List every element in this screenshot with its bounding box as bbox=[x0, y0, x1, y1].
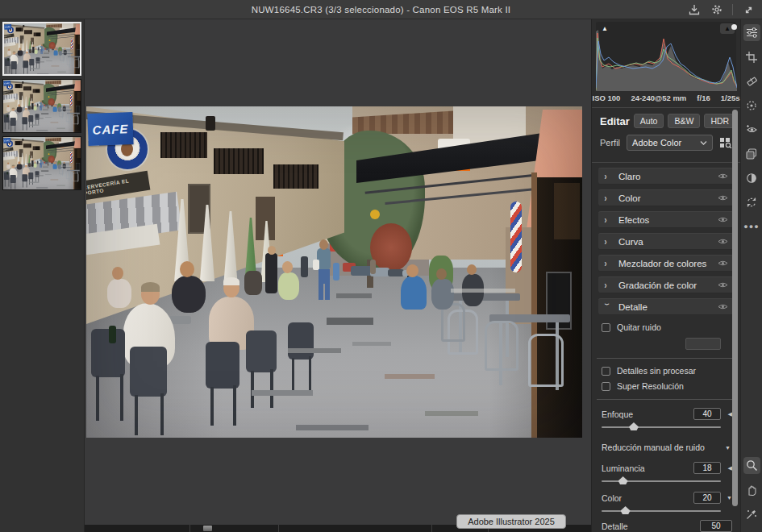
sharpen-label: Enfoque bbox=[602, 409, 693, 419]
luminance-value[interactable]: 18 bbox=[693, 462, 721, 474]
super-resolution-label: Super Resolución bbox=[617, 381, 684, 391]
luminance-slider-thumb[interactable] bbox=[618, 476, 628, 484]
sharpen-slider[interactable] bbox=[602, 422, 721, 431]
nr-detail-value[interactable]: 50 bbox=[700, 520, 732, 532]
section-detalle[interactable]: › Detalle bbox=[598, 298, 734, 315]
dock-tooltip: Adobe Illustrator 2025 bbox=[456, 514, 566, 529]
profile-label: Perfil bbox=[600, 138, 620, 148]
chevron-right-icon: › bbox=[605, 257, 612, 268]
nr-color-value[interactable]: 20 bbox=[693, 492, 721, 504]
adjustments-circle-icon[interactable] bbox=[743, 169, 760, 186]
nr-color-slider-thumb[interactable] bbox=[621, 506, 631, 514]
panel-scrollbar[interactable] bbox=[732, 110, 738, 506]
eye-icon[interactable] bbox=[718, 260, 728, 267]
section-color[interactable]: › Color bbox=[598, 189, 734, 206]
toolbar-separator bbox=[732, 4, 733, 15]
thumbnail-1-selected[interactable]: CAFE CERVECERÍA EL PORTO bbox=[2, 22, 81, 76]
shutter-value: 1/25s bbox=[721, 94, 740, 102]
shadow-clipping-icon[interactable]: ▲ bbox=[598, 23, 612, 34]
denoise-checkbox[interactable] bbox=[602, 323, 610, 332]
eye-icon[interactable] bbox=[718, 216, 728, 223]
nr-detail-label: Detalle bbox=[602, 522, 700, 531]
tool-rail: ●●● bbox=[740, 19, 762, 532]
zoom-tool-icon[interactable] bbox=[743, 457, 760, 474]
photo-shape bbox=[4, 23, 81, 76]
nr-color-slider[interactable] bbox=[602, 505, 721, 515]
chevron-right-icon: › bbox=[605, 235, 612, 247]
disclosure-down-icon[interactable]: ▼ bbox=[721, 495, 732, 501]
section-curva[interactable]: › Curva bbox=[598, 233, 734, 250]
crop-tool-icon[interactable] bbox=[743, 48, 760, 65]
disclosure-down-icon[interactable]: ▼ bbox=[719, 445, 731, 451]
sync-tool-icon[interactable] bbox=[743, 193, 760, 210]
photo-preview[interactable]: CAFE CERVECERÍA EL PORTO bbox=[86, 106, 582, 438]
profile-dropdown[interactable]: Adobe Color bbox=[627, 135, 713, 151]
thumbnail-photo[interactable]: CAFE CERVECERÍA EL PORTO bbox=[4, 23, 81, 76]
section-efectos[interactable]: › Efectos bbox=[598, 211, 734, 228]
chevron-right-icon: › bbox=[605, 192, 612, 203]
section-gradacion[interactable]: › Gradación de color bbox=[598, 276, 734, 293]
hand-tool-icon[interactable] bbox=[743, 481, 760, 498]
raw-details-checkbox[interactable] bbox=[602, 367, 610, 376]
chevron-right-icon: › bbox=[605, 170, 612, 181]
denoise-amount-box bbox=[685, 338, 721, 350]
luminance-label: Luminancia bbox=[602, 463, 693, 473]
section-claro[interactable]: › Claro bbox=[598, 168, 734, 185]
eye-icon[interactable] bbox=[718, 281, 728, 289]
disclosure-left-icon[interactable]: ◀ bbox=[721, 411, 732, 418]
section-mezclador[interactable]: › Mezclador de colores bbox=[598, 255, 734, 272]
cafe-sign: CAFE bbox=[4, 24, 11, 30]
thumbnail-3[interactable]: CAFE CERVECERÍA EL PORTO bbox=[2, 136, 81, 190]
super-resolution-checkbox[interactable] bbox=[602, 382, 610, 391]
red-eye-tool-icon[interactable] bbox=[743, 121, 760, 138]
thumbnail-2[interactable]: CAFE CERVECERÍA EL PORTO bbox=[2, 79, 81, 133]
profile-value: Adobe Color bbox=[632, 138, 700, 148]
panel-title: Editar bbox=[600, 115, 630, 127]
chevron-down-icon: › bbox=[602, 303, 614, 310]
title-bar: NUW16645.CR3 (3/3 seleccionado) - Canon … bbox=[0, 0, 762, 19]
edit-tool-icon[interactable] bbox=[743, 24, 760, 41]
lens-value: 24-240@52 mm bbox=[631, 94, 686, 102]
exif-metadata: ISO 100 24-240@52 mm f/16 1/25s bbox=[592, 94, 740, 102]
sharpen-slider-thumb[interactable] bbox=[629, 422, 639, 430]
settings-gear-icon[interactable] bbox=[710, 2, 724, 17]
save-icon[interactable] bbox=[687, 2, 702, 17]
luminance-slider[interactable] bbox=[602, 476, 721, 485]
masking-tool-icon[interactable] bbox=[743, 97, 760, 114]
histogram[interactable]: ▲ ▲ bbox=[596, 22, 736, 91]
healing-tool-icon[interactable] bbox=[743, 73, 760, 89]
cafe-sign: CAFE bbox=[3, 138, 10, 143]
eye-icon[interactable] bbox=[718, 194, 728, 202]
iso-value: ISO 100 bbox=[593, 94, 621, 102]
photo-shape bbox=[86, 106, 582, 438]
aperture-value: f/16 bbox=[697, 94, 710, 102]
chevron-right-icon: › bbox=[605, 214, 612, 225]
photo-shape bbox=[3, 80, 81, 132]
chevron-down-icon bbox=[700, 140, 707, 145]
eyedropper-tool-icon[interactable] bbox=[743, 505, 760, 522]
nr-color-label: Color bbox=[602, 493, 693, 503]
filmstrip: CAFE CERVECERÍA EL PORTO CAFE CERVECERÍA… bbox=[0, 19, 85, 532]
cafe-sign: CAFE bbox=[87, 112, 133, 146]
eye-icon[interactable] bbox=[718, 303, 728, 310]
thumbnail-photo[interactable]: CAFE CERVECERÍA EL PORTO bbox=[3, 80, 81, 132]
camera-raw-window: NUW16645.CR3 (3/3 seleccionado) - Canon … bbox=[0, 0, 762, 532]
more-tools-icon[interactable]: ●●● bbox=[743, 218, 760, 235]
photo-shape bbox=[3, 137, 81, 189]
profile-browser-icon[interactable] bbox=[719, 137, 732, 148]
disclosure-left-icon[interactable]: ◀ bbox=[721, 465, 732, 472]
thumbnail-photo[interactable]: CAFE CERVECERÍA EL PORTO bbox=[3, 137, 81, 189]
presets-tool-icon[interactable] bbox=[743, 145, 760, 162]
dock-app-icon[interactable] bbox=[203, 526, 212, 531]
eye-icon[interactable] bbox=[718, 172, 728, 180]
hdr-button[interactable]: HDR bbox=[704, 114, 735, 128]
sharpen-value[interactable]: 40 bbox=[693, 408, 721, 420]
cafe-sign: CAFE bbox=[3, 81, 10, 86]
auto-button[interactable]: Auto bbox=[634, 114, 664, 128]
chevron-right-icon: › bbox=[605, 279, 612, 290]
edit-panel: ▲ ▲ ISO 100 24-240@52 mm f/16 1/25s Edit… bbox=[591, 19, 740, 532]
fullscreen-icon[interactable] bbox=[741, 2, 756, 17]
scroll-indicator bbox=[731, 24, 737, 30]
bw-button[interactable]: B&W bbox=[668, 114, 700, 128]
eye-icon[interactable] bbox=[718, 238, 728, 245]
